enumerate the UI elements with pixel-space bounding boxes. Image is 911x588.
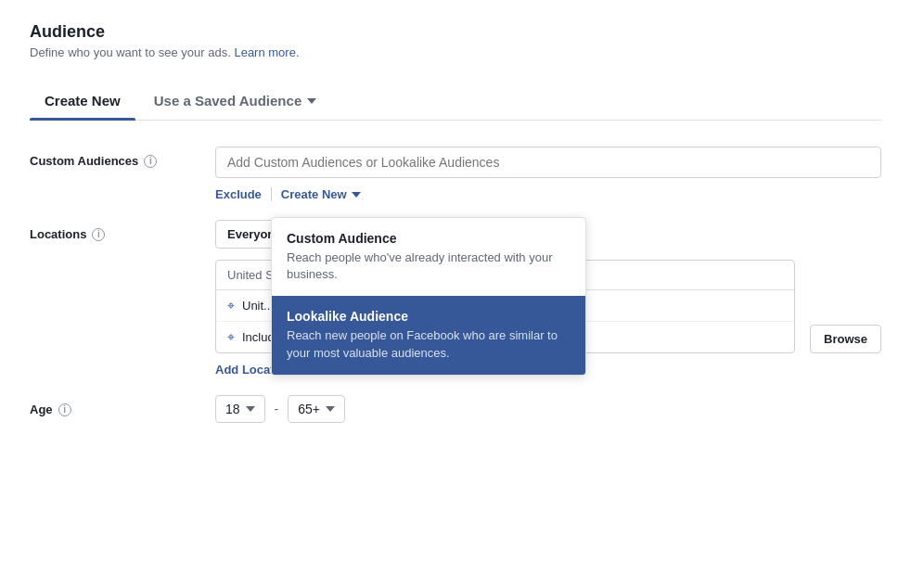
- browse-button[interactable]: Browse: [810, 325, 881, 353]
- pin-icon-1: ⌖: [227, 298, 235, 313]
- page-container: Audience Define who you want to see your…: [0, 0, 911, 588]
- locations-info-icon[interactable]: i: [92, 228, 105, 241]
- dropdown-item-lookalike[interactable]: Lookalike Audience Reach new people on F…: [272, 296, 585, 374]
- age-control: 18 - 65+: [215, 395, 881, 423]
- dropdown-menu: Custom Audience Reach people who've alre…: [271, 217, 586, 376]
- pin-icon-2: ⌖: [227, 329, 235, 345]
- create-new-button[interactable]: Create New: [272, 187, 361, 201]
- age-row-controls: 18 - 65+: [215, 395, 881, 423]
- age-info-icon[interactable]: i: [58, 403, 71, 416]
- section-header: Audience Define who you want to see your…: [30, 22, 881, 59]
- age-row: Age i 18 - 65+: [30, 395, 881, 423]
- tab-use-saved[interactable]: Use a Saved Audience: [139, 82, 332, 120]
- custom-audience-title: Custom Audience: [287, 231, 571, 246]
- age-min-arrow-icon: [246, 406, 255, 412]
- page-title: Audience: [30, 22, 881, 42]
- locations-label: Locations i: [30, 220, 215, 241]
- create-new-arrow-icon: [352, 192, 361, 198]
- learn-more-link[interactable]: Learn more.: [234, 45, 299, 59]
- tab-arrow-icon: [307, 98, 316, 104]
- custom-audiences-label: Custom Audiences i: [30, 147, 215, 168]
- custom-audiences-control: Exclude Create New Custom Audience Reach…: [215, 147, 881, 201]
- lookalike-desc: Reach new people on Facebook who are sim…: [287, 327, 571, 361]
- tab-create-new[interactable]: Create New: [30, 82, 135, 120]
- tabs-row: Create New Use a Saved Audience: [30, 82, 881, 121]
- dropdown-item-custom-audience[interactable]: Custom Audience Reach people who've alre…: [272, 218, 585, 296]
- age-max-select[interactable]: 65+: [288, 395, 345, 423]
- exclude-create-row: Exclude Create New Custom Audience Reach…: [215, 187, 881, 201]
- age-label: Age i: [30, 395, 215, 416]
- custom-audiences-info-icon[interactable]: i: [144, 155, 157, 168]
- exclude-link[interactable]: Exclude: [215, 187, 272, 201]
- lookalike-title: Lookalike Audience: [287, 309, 571, 324]
- age-separator: -: [275, 402, 279, 416]
- custom-audiences-row: Custom Audiences i Exclude Create New Cu…: [30, 147, 881, 201]
- custom-audience-desc: Reach people who've already interacted w…: [287, 249, 571, 283]
- page-subtitle: Define who you want to see your ads. Lea…: [30, 45, 881, 59]
- age-max-arrow-icon: [326, 406, 335, 412]
- age-min-select[interactable]: 18: [215, 395, 265, 423]
- custom-audiences-input[interactable]: [215, 147, 881, 178]
